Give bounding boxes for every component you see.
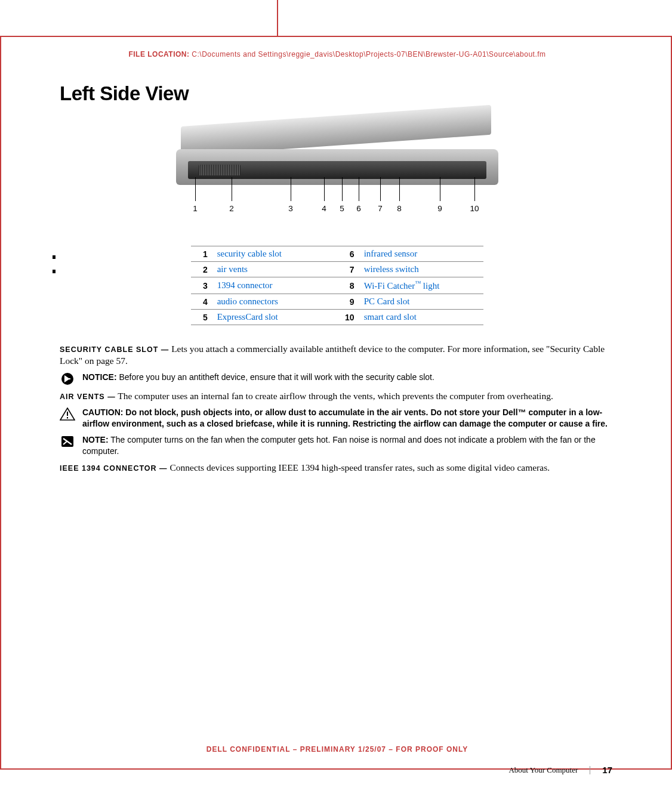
caution-text: Do not block, push objects into, or allo…	[82, 407, 608, 428]
part-number: 2	[191, 262, 212, 277]
notice-text: Before you buy an antitheft device, ensu…	[119, 372, 434, 382]
change-bar	[53, 255, 56, 259]
ieee1394-label: IEEE 1394 CONNECTOR —	[60, 464, 168, 473]
caution-admonition: CAUTION: Do not block, push objects into…	[60, 407, 615, 430]
callout-line	[399, 177, 400, 201]
svg-rect-1	[67, 412, 68, 416]
callout-line	[324, 177, 325, 201]
callout-number: 9	[437, 204, 442, 213]
change-bar	[53, 270, 56, 273]
notice-label: NOTICE:	[82, 372, 117, 382]
callout-line	[291, 177, 291, 201]
page-footer: DELL CONFIDENTIAL – PRELIMINARY 1/25/07 …	[60, 745, 615, 761]
file-location-path: C:\Documents and Settings\reggie_davis\D…	[192, 50, 545, 58]
caution-icon	[60, 407, 75, 421]
svg-rect-2	[67, 417, 68, 419]
ieee1394-text: Connects devices supporting IEEE 1394 hi…	[169, 462, 550, 473]
part-link[interactable]: PC Card slot	[359, 294, 483, 310]
note-icon	[60, 435, 75, 448]
callout-line	[232, 177, 232, 201]
section-name: About Your Computer	[508, 765, 578, 775]
callout-number: 7	[378, 204, 383, 213]
air-vents-description: AIR VENTS — The computer uses an interna…	[60, 390, 615, 402]
table-row: 31394 connector8Wi-Fi Catcher™ light	[191, 277, 483, 294]
part-link[interactable]: 1394 connector	[212, 277, 337, 294]
callout-number: 6	[356, 204, 361, 213]
note-text: The computer turns on the fan when the c…	[82, 435, 596, 456]
callout-number: 5	[340, 204, 344, 213]
callout-number: 10	[470, 204, 479, 213]
part-number: 4	[191, 294, 212, 310]
part-link[interactable]: ExpressCard slot	[212, 310, 337, 325]
table-row: 1security cable slot6infrared sensor	[191, 246, 483, 262]
table-row: 4audio connectors9PC Card slot	[191, 294, 483, 310]
part-link[interactable]: air vents	[212, 262, 337, 277]
notice-admonition: NOTICE: Before you buy an antitheft devi…	[60, 372, 615, 385]
part-link[interactable]: wireless switch	[359, 262, 483, 277]
caution-label: CAUTION:	[82, 407, 123, 417]
part-number: 3	[191, 277, 212, 294]
part-number: 8	[337, 277, 359, 294]
file-location-label: FILE LOCATION:	[128, 50, 189, 58]
parts-reference-table: 1security cable slot6infrared sensor2air…	[191, 246, 483, 325]
footer-divider	[590, 766, 590, 774]
note-admonition: NOTE: The computer turns on the fan when…	[60, 434, 615, 457]
callout-number: 2	[229, 204, 234, 213]
note-text-block: NOTE: The computer turns on the fan when…	[82, 434, 615, 457]
part-number: 7	[337, 262, 359, 277]
caution-text-block: CAUTION: Do not block, push objects into…	[82, 407, 615, 430]
callout-line	[380, 177, 381, 201]
notice-text-block: NOTICE: Before you buy an antitheft devi…	[82, 372, 434, 383]
page-footer-right: About Your Computer 17	[508, 765, 612, 775]
part-link[interactable]: infrared sensor	[359, 246, 483, 262]
callout-number: 4	[322, 204, 326, 213]
confidential-notice: DELL CONFIDENTIAL – PRELIMINARY 1/25/07 …	[60, 745, 615, 753]
table-row: 2air vents7wireless switch	[191, 262, 483, 277]
callout-number: 8	[397, 204, 402, 213]
callout-line	[440, 177, 440, 201]
table-row: 5ExpressCard slot10smart card slot	[191, 310, 483, 325]
page-title: Left Side View	[60, 82, 615, 105]
callout-line	[342, 177, 343, 201]
file-location-header: FILE LOCATION: C:\Documents and Settings…	[60, 50, 615, 58]
callout-line	[195, 177, 196, 201]
callout-number: 3	[288, 204, 293, 213]
part-link[interactable]: Wi-Fi Catcher™ light	[359, 277, 483, 294]
part-link[interactable]: audio connectors	[212, 294, 337, 310]
notice-icon	[60, 372, 75, 385]
callout-line	[474, 177, 475, 201]
callout-number: 1	[193, 204, 198, 213]
note-label: NOTE:	[82, 435, 109, 444]
figure-callouts: 12345678910	[176, 180, 498, 214]
product-figure: 12345678910	[176, 126, 498, 222]
callout-line	[359, 177, 359, 201]
security-slot-label: SECURITY CABLE SLOT —	[60, 345, 169, 354]
part-number: 1	[191, 246, 212, 262]
air-vents-label: AIR VENTS —	[60, 393, 116, 401]
part-number: 9	[337, 294, 359, 310]
part-link[interactable]: smart card slot	[359, 310, 483, 325]
security-slot-description: SECURITY CABLE SLOT — Lets you attach a …	[60, 343, 615, 367]
air-vents-text: The computer uses an internal fan to cre…	[118, 391, 553, 401]
page-number: 17	[602, 765, 612, 775]
part-link[interactable]: security cable slot	[212, 246, 337, 262]
part-number: 10	[337, 310, 359, 325]
crop-mark-vertical	[277, 0, 278, 36]
laptop-vent-grille	[199, 165, 241, 175]
ieee1394-description: IEEE 1394 CONNECTOR — Connects devices s…	[60, 462, 615, 474]
part-number: 5	[191, 310, 212, 325]
part-number: 6	[337, 246, 359, 262]
